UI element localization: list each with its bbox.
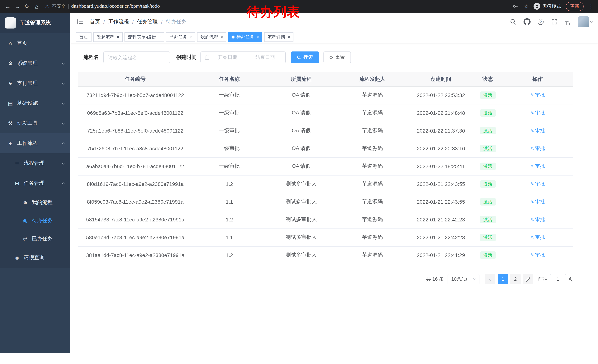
- date-range-separator: -: [246, 55, 247, 60]
- help-icon[interactable]: ?: [537, 18, 544, 26]
- tab-close-icon[interactable]: ×: [158, 35, 161, 39]
- search-button[interactable]: 搜索: [291, 51, 319, 63]
- fullscreen-icon[interactable]: [551, 18, 558, 26]
- cell-created: 2022-01-22 18:25:41: [408, 157, 473, 175]
- user-chat-icon: ☻: [22, 199, 28, 205]
- tab-label: 我的流程: [200, 34, 218, 40]
- cell-status: 激活: [473, 122, 502, 140]
- cell-initiator: 芋道源码: [336, 140, 408, 157]
- reload-icon[interactable]: ⟳: [22, 1, 32, 11]
- approve-link[interactable]: ✎审批: [530, 145, 545, 152]
- search-icon[interactable]: [509, 18, 517, 26]
- sidebar-item-todo-task[interactable]: ◉待办任务: [0, 211, 70, 230]
- address-bar[interactable]: ⚠ 不安全 dashboard.yudao.iocoder.cn/bpm/tas…: [45, 3, 512, 9]
- cell-process: 测试多审批人: [266, 175, 336, 193]
- sidebar-item-system-mgmt[interactable]: ⚙系统管理: [0, 53, 70, 73]
- breadcrumb-item[interactable]: 首页: [90, 18, 100, 25]
- start-date-placeholder[interactable]: 开始日期: [211, 54, 244, 61]
- date-range-picker[interactable]: 开始日期 - 结束日期: [200, 51, 286, 63]
- approve-link[interactable]: ✎审批: [530, 234, 545, 241]
- page-size-select[interactable]: 10条/页: [448, 274, 479, 284]
- cell-process: OA 请假: [266, 140, 336, 157]
- tab-process-detail[interactable]: 流程详情×: [264, 32, 293, 42]
- breadcrumb-item[interactable]: 工作流程: [108, 18, 129, 25]
- font-size-icon[interactable]: TT: [564, 18, 572, 26]
- breadcrumb: 首页/工作流程/任务管理/待办任务: [90, 18, 187, 25]
- tab-home[interactable]: 首页: [76, 32, 91, 42]
- approve-link[interactable]: ✎审批: [530, 181, 545, 187]
- chevron-up-icon: [62, 182, 65, 186]
- cell-initiator: 芋道源码: [336, 246, 408, 264]
- reset-button[interactable]: ⟳ 重置: [324, 51, 351, 63]
- cell-id: 8f059c03-7ac8-11ec-a9e2-a2380e71991a: [78, 193, 193, 211]
- page-button-2[interactable]: 2: [510, 274, 521, 284]
- tab-todo-task[interactable]: 待办任务×: [228, 32, 262, 42]
- approve-link[interactable]: ✎审批: [530, 198, 545, 205]
- user-avatar[interactable]: [578, 16, 592, 27]
- cell-initiator: 芋道源码: [336, 193, 408, 211]
- task-table: 任务编号任务名称所属流程流程发起人创建时间状态操作 73211d9d-7b9b-…: [78, 72, 573, 264]
- tab-close-icon[interactable]: ×: [220, 35, 223, 39]
- key-icon[interactable]: [512, 2, 519, 10]
- approve-link[interactable]: ✎审批: [530, 92, 545, 98]
- header-actions: ? TT: [509, 16, 592, 27]
- chevron-down-icon: [62, 101, 65, 105]
- approve-link[interactable]: ✎审批: [530, 127, 545, 134]
- infrastructure-icon: ▤: [8, 100, 13, 106]
- cell-created: 2022-01-21 22:42:23: [408, 211, 473, 228]
- approve-link[interactable]: ✎审批: [530, 163, 545, 170]
- url-text[interactable]: dashboard.yudao.iocoder.cn/bpm/task/todo: [71, 4, 160, 9]
- prev-page-button[interactable]: [485, 274, 495, 284]
- column-header: 操作: [502, 72, 573, 86]
- approve-link[interactable]: ✎审批: [530, 110, 545, 116]
- status-badge: 激活: [480, 127, 496, 134]
- tab-start-process[interactable]: 发起流程×: [93, 32, 123, 42]
- tab-close-icon[interactable]: ×: [117, 35, 119, 39]
- tab-label: 流程详情: [267, 34, 285, 40]
- done-flow-icon: ⇄: [22, 236, 28, 242]
- forward-icon[interactable]: →: [13, 1, 22, 11]
- incognito-badge: 无痕模式: [533, 3, 561, 10]
- column-header: 创建时间: [408, 72, 473, 86]
- cell-status: 激活: [473, 104, 502, 122]
- sidebar-item-infrastructure[interactable]: ▤基础设施: [0, 93, 70, 113]
- tab-done-task[interactable]: 已办任务×: [166, 32, 195, 42]
- tab-my-process[interactable]: 我的流程×: [197, 32, 226, 42]
- sidebar-item-done-task[interactable]: ⇄已办任务: [0, 230, 70, 248]
- sidebar-item-dev-tools[interactable]: ⚒研发工具: [0, 113, 70, 133]
- home-icon[interactable]: ⌂: [32, 1, 42, 11]
- cell-name: 1.2: [193, 246, 266, 264]
- sidebar-item-workflow[interactable]: ⊞工作流程: [0, 133, 70, 153]
- sidebar-item-process-mgmt[interactable]: ≣流程管理: [0, 153, 70, 173]
- browser-menu-icon[interactable]: ⋮: [588, 3, 594, 9]
- sidebar-item-label: 系统管理: [17, 60, 38, 67]
- process-name-input[interactable]: [103, 51, 170, 63]
- bookmark-star-icon[interactable]: ☆: [524, 3, 529, 10]
- sidebar-item-task-mgmt[interactable]: ⊟任务管理: [0, 173, 70, 193]
- chevron-down-icon: [473, 277, 476, 280]
- goto-page-input[interactable]: [550, 274, 566, 284]
- approve-link[interactable]: ✎审批: [530, 216, 545, 223]
- breadcrumb-item[interactable]: 任务管理: [137, 18, 158, 25]
- tab-close-icon[interactable]: ×: [189, 35, 192, 39]
- tab-close-icon[interactable]: ×: [256, 35, 259, 39]
- page-button-1[interactable]: 1: [498, 274, 508, 284]
- approve-link[interactable]: ✎审批: [530, 252, 545, 259]
- tab-close-icon[interactable]: ×: [288, 35, 290, 39]
- tab-form-edit[interactable]: 流程表单-编辑×: [125, 32, 164, 42]
- table-row: 381aa1dd-7ac8-11ec-a9e2-a2380e71991a1.2测…: [78, 246, 573, 264]
- sidebar-item-leave-query[interactable]: ☻请假查询: [0, 248, 70, 268]
- sidebar-item-home[interactable]: ⌂首页: [0, 33, 70, 53]
- warning-icon: ⚠: [45, 4, 49, 9]
- column-header: 状态: [473, 72, 502, 86]
- sidebar-item-my-process[interactable]: ☻我的流程: [0, 193, 70, 211]
- end-date-placeholder[interactable]: 结束日期: [249, 54, 282, 61]
- back-icon[interactable]: ←: [3, 1, 13, 11]
- github-icon[interactable]: [523, 18, 531, 26]
- avatar-image: [578, 16, 589, 27]
- next-page-button[interactable]: [523, 274, 533, 284]
- sidebar-item-payment-mgmt[interactable]: ¥支付管理: [0, 73, 70, 93]
- security-label[interactable]: 不安全: [52, 3, 66, 9]
- update-button[interactable]: 更新: [566, 2, 583, 11]
- sidebar-collapse-icon[interactable]: [76, 18, 84, 26]
